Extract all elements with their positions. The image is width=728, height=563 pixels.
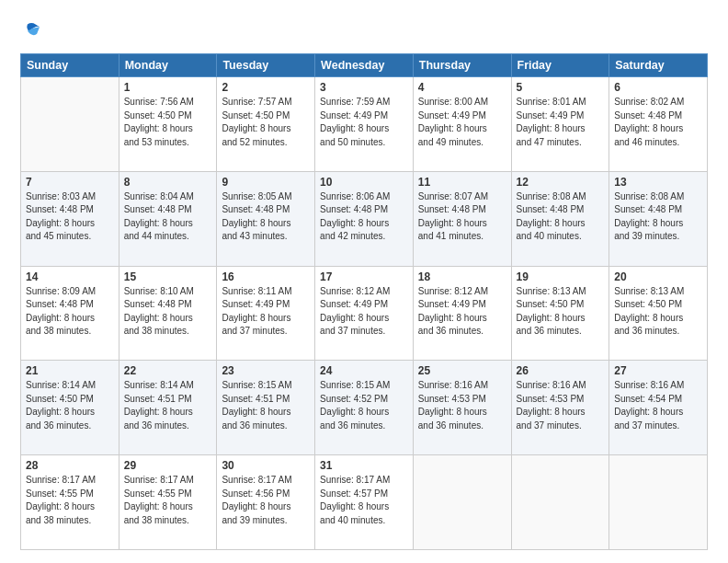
cell-content: Sunrise: 7:59 AMSunset: 4:49 PMDaylight:… bbox=[320, 96, 408, 149]
cell-content: Sunrise: 8:08 AMSunset: 4:48 PMDaylight:… bbox=[517, 190, 605, 244]
calendar-cell: 6Sunrise: 8:02 AMSunset: 4:48 PMDaylight… bbox=[609, 77, 708, 172]
calendar-week-1: 1Sunrise: 7:56 AMSunset: 4:50 PMDaylight… bbox=[21, 77, 708, 172]
cell-content: Sunrise: 8:09 AMSunset: 4:48 PMDaylight:… bbox=[26, 285, 114, 339]
calendar-cell: 31Sunrise: 8:17 AMSunset: 4:57 PMDayligh… bbox=[315, 455, 414, 550]
calendar-cell: 7Sunrise: 8:03 AMSunset: 4:48 PMDaylight… bbox=[21, 171, 119, 266]
calendar-cell: 14Sunrise: 8:09 AMSunset: 4:48 PMDayligh… bbox=[21, 266, 119, 361]
cell-content: Sunrise: 8:15 AMSunset: 4:52 PMDaylight:… bbox=[320, 379, 408, 432]
calendar-cell: 26Sunrise: 8:16 AMSunset: 4:53 PMDayligh… bbox=[511, 361, 609, 455]
calendar-cell: 9Sunrise: 8:05 AMSunset: 4:48 PMDaylight… bbox=[217, 171, 315, 266]
cell-content: Sunrise: 8:03 AMSunset: 4:48 PMDaylight:… bbox=[26, 190, 114, 244]
cell-content: Sunrise: 8:13 AMSunset: 4:50 PMDaylight:… bbox=[614, 285, 702, 339]
cell-content: Sunrise: 8:16 AMSunset: 4:54 PMDaylight:… bbox=[614, 379, 702, 432]
calendar-cell: 28Sunrise: 8:17 AMSunset: 4:55 PMDayligh… bbox=[21, 455, 119, 550]
logo-icon bbox=[22, 20, 42, 40]
calendar-week-5: 28Sunrise: 8:17 AMSunset: 4:55 PMDayligh… bbox=[21, 455, 708, 550]
day-number: 3 bbox=[320, 81, 408, 94]
logo bbox=[20, 20, 42, 44]
cell-content: Sunrise: 8:08 AMSunset: 4:48 PMDaylight:… bbox=[614, 190, 702, 244]
day-number: 9 bbox=[222, 176, 310, 189]
cell-content: Sunrise: 8:13 AMSunset: 4:50 PMDaylight:… bbox=[517, 285, 605, 339]
calendar-cell: 18Sunrise: 8:12 AMSunset: 4:49 PMDayligh… bbox=[413, 266, 511, 361]
day-number: 17 bbox=[320, 270, 408, 283]
calendar-cell: 2Sunrise: 7:57 AMSunset: 4:50 PMDaylight… bbox=[217, 77, 315, 172]
day-number: 25 bbox=[418, 364, 506, 377]
day-header-monday: Monday bbox=[119, 54, 217, 77]
cell-content: Sunrise: 8:12 AMSunset: 4:49 PMDaylight:… bbox=[418, 285, 506, 339]
day-number: 19 bbox=[517, 270, 605, 283]
day-header-saturday: Saturday bbox=[609, 54, 708, 77]
day-header-friday: Friday bbox=[511, 54, 609, 77]
calendar-table: SundayMondayTuesdayWednesdayThursdayFrid… bbox=[20, 53, 708, 550]
calendar-cell: 1Sunrise: 7:56 AMSunset: 4:50 PMDaylight… bbox=[119, 77, 217, 172]
day-number: 24 bbox=[320, 364, 408, 377]
calendar-header-row: SundayMondayTuesdayWednesdayThursdayFrid… bbox=[21, 54, 708, 77]
day-number: 2 bbox=[222, 81, 310, 94]
cell-content: Sunrise: 8:07 AMSunset: 4:48 PMDaylight:… bbox=[418, 190, 506, 244]
day-number: 23 bbox=[222, 364, 310, 377]
cell-content: Sunrise: 8:11 AMSunset: 4:49 PMDaylight:… bbox=[222, 285, 310, 339]
day-number: 20 bbox=[614, 270, 702, 283]
cell-content: Sunrise: 8:17 AMSunset: 4:55 PMDaylight:… bbox=[124, 474, 212, 527]
day-number: 16 bbox=[222, 270, 310, 283]
cell-content: Sunrise: 8:14 AMSunset: 4:51 PMDaylight:… bbox=[124, 379, 212, 432]
day-number: 30 bbox=[222, 459, 310, 472]
day-number: 1 bbox=[124, 81, 212, 94]
day-number: 15 bbox=[124, 270, 212, 283]
calendar-cell: 17Sunrise: 8:12 AMSunset: 4:49 PMDayligh… bbox=[315, 266, 414, 361]
calendar-cell: 27Sunrise: 8:16 AMSunset: 4:54 PMDayligh… bbox=[609, 361, 708, 455]
calendar-cell: 21Sunrise: 8:14 AMSunset: 4:50 PMDayligh… bbox=[21, 361, 119, 455]
cell-content: Sunrise: 7:57 AMSunset: 4:50 PMDaylight:… bbox=[222, 96, 310, 149]
day-number: 5 bbox=[517, 81, 605, 94]
calendar-cell: 12Sunrise: 8:08 AMSunset: 4:48 PMDayligh… bbox=[511, 171, 609, 266]
cell-content: Sunrise: 8:17 AMSunset: 4:57 PMDaylight:… bbox=[320, 474, 408, 527]
calendar-cell: 19Sunrise: 8:13 AMSunset: 4:50 PMDayligh… bbox=[511, 266, 609, 361]
calendar-cell: 3Sunrise: 7:59 AMSunset: 4:49 PMDaylight… bbox=[315, 77, 414, 172]
calendar-cell bbox=[413, 455, 511, 550]
cell-content: Sunrise: 8:17 AMSunset: 4:55 PMDaylight:… bbox=[26, 474, 114, 527]
cell-content: Sunrise: 8:14 AMSunset: 4:50 PMDaylight:… bbox=[26, 379, 114, 432]
day-number: 26 bbox=[517, 364, 605, 377]
calendar-cell: 11Sunrise: 8:07 AMSunset: 4:48 PMDayligh… bbox=[413, 171, 511, 266]
calendar-cell: 16Sunrise: 8:11 AMSunset: 4:49 PMDayligh… bbox=[217, 266, 315, 361]
day-header-wednesday: Wednesday bbox=[315, 54, 414, 77]
cell-content: Sunrise: 8:05 AMSunset: 4:48 PMDaylight:… bbox=[222, 190, 310, 244]
cell-content: Sunrise: 8:17 AMSunset: 4:56 PMDaylight:… bbox=[222, 474, 310, 527]
cell-content: Sunrise: 8:04 AMSunset: 4:48 PMDaylight:… bbox=[124, 190, 212, 244]
header bbox=[20, 17, 708, 44]
cell-content: Sunrise: 8:01 AMSunset: 4:49 PMDaylight:… bbox=[517, 96, 605, 149]
cell-content: Sunrise: 8:00 AMSunset: 4:49 PMDaylight:… bbox=[418, 96, 506, 149]
day-number: 6 bbox=[614, 81, 702, 94]
day-number: 8 bbox=[124, 176, 212, 189]
day-number: 27 bbox=[614, 364, 702, 377]
calendar-cell: 5Sunrise: 8:01 AMSunset: 4:49 PMDaylight… bbox=[511, 77, 609, 172]
calendar-cell: 10Sunrise: 8:06 AMSunset: 4:48 PMDayligh… bbox=[315, 171, 414, 266]
day-number: 18 bbox=[418, 270, 506, 283]
calendar-cell: 13Sunrise: 8:08 AMSunset: 4:48 PMDayligh… bbox=[609, 171, 708, 266]
day-header-thursday: Thursday bbox=[413, 54, 511, 77]
calendar-cell: 15Sunrise: 8:10 AMSunset: 4:48 PMDayligh… bbox=[119, 266, 217, 361]
cell-content: Sunrise: 8:15 AMSunset: 4:51 PMDaylight:… bbox=[222, 379, 310, 432]
day-number: 21 bbox=[26, 364, 114, 377]
day-number: 14 bbox=[26, 270, 114, 283]
calendar-week-2: 7Sunrise: 8:03 AMSunset: 4:48 PMDaylight… bbox=[21, 171, 708, 266]
calendar-week-4: 21Sunrise: 8:14 AMSunset: 4:50 PMDayligh… bbox=[21, 361, 708, 455]
day-number: 11 bbox=[418, 176, 506, 189]
cell-content: Sunrise: 8:16 AMSunset: 4:53 PMDaylight:… bbox=[517, 379, 605, 432]
day-number: 10 bbox=[320, 176, 408, 189]
cell-content: Sunrise: 7:56 AMSunset: 4:50 PMDaylight:… bbox=[124, 96, 212, 149]
cell-content: Sunrise: 8:02 AMSunset: 4:48 PMDaylight:… bbox=[614, 96, 702, 149]
calendar-cell bbox=[21, 77, 119, 172]
calendar-week-3: 14Sunrise: 8:09 AMSunset: 4:48 PMDayligh… bbox=[21, 266, 708, 361]
day-number: 29 bbox=[124, 459, 212, 472]
day-number: 22 bbox=[124, 364, 212, 377]
day-header-tuesday: Tuesday bbox=[217, 54, 315, 77]
calendar-cell: 24Sunrise: 8:15 AMSunset: 4:52 PMDayligh… bbox=[315, 361, 414, 455]
page: SundayMondayTuesdayWednesdayThursdayFrid… bbox=[0, 0, 728, 563]
day-number: 7 bbox=[26, 176, 114, 189]
calendar-cell: 22Sunrise: 8:14 AMSunset: 4:51 PMDayligh… bbox=[119, 361, 217, 455]
calendar-cell: 25Sunrise: 8:16 AMSunset: 4:53 PMDayligh… bbox=[413, 361, 511, 455]
day-number: 28 bbox=[26, 459, 114, 472]
cell-content: Sunrise: 8:06 AMSunset: 4:48 PMDaylight:… bbox=[320, 190, 408, 244]
day-number: 13 bbox=[614, 176, 702, 189]
